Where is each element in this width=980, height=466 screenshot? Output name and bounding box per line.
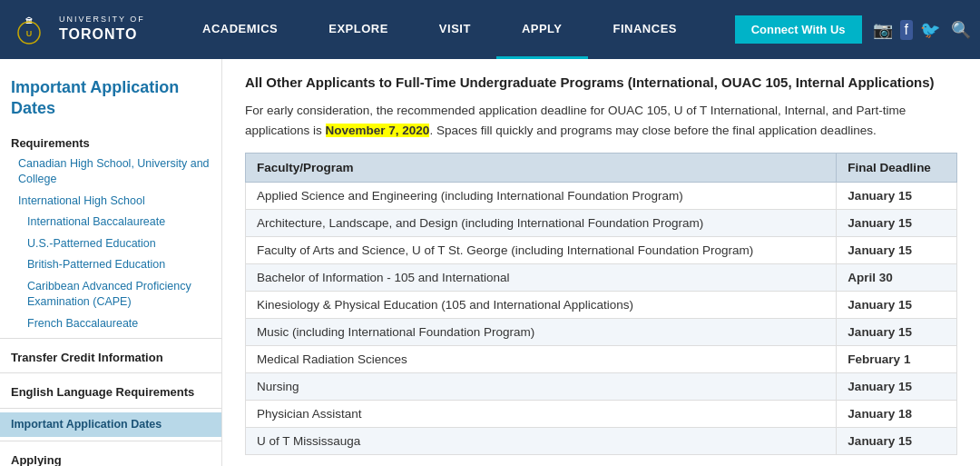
table-row: Architecture, Landscape, and Design (inc… bbox=[246, 210, 957, 237]
table-header-row: Faculty/Program Final Deadline bbox=[246, 154, 957, 183]
deadline-cell: January 15 bbox=[837, 428, 957, 455]
deadline-cell: April 30 bbox=[837, 264, 957, 292]
sidebar-english-requirements[interactable]: English Language Requirements bbox=[0, 377, 221, 403]
table-row: U of T MississaugaJanuary 15 bbox=[246, 428, 957, 455]
sidebar-transfer-credit[interactable]: Transfer Credit Information bbox=[0, 342, 221, 369]
program-cell: Physician Assistant bbox=[246, 401, 837, 428]
svg-text:U: U bbox=[26, 29, 33, 38]
sidebar-important-dates[interactable]: Important Application Dates bbox=[0, 412, 221, 438]
sidebar-divider-3 bbox=[0, 408, 221, 409]
program-cell: Architecture, Landscape, and Design (inc… bbox=[246, 210, 837, 237]
logo-text: UNIVERSITY OF TORONTO bbox=[59, 15, 145, 44]
main-nav: ACADEMICS EXPLORE VISIT APPLY FINANCES bbox=[177, 0, 735, 59]
table-row: Bachelor of Information - 105 and Intern… bbox=[246, 264, 957, 292]
social-icons: 📷 f 🐦 🔍 bbox=[873, 20, 971, 40]
top-bar: 🏛 U UNIVERSITY OF TORONTO ACADEMICS EXPL… bbox=[0, 0, 980, 59]
table-row: Music (including International Foundatio… bbox=[246, 319, 957, 346]
col-program-header: Faculty/Program bbox=[246, 154, 837, 183]
search-icon[interactable]: 🔍 bbox=[951, 20, 971, 40]
logo-area: 🏛 U UNIVERSITY OF TORONTO bbox=[9, 7, 177, 53]
deadline-highlight: November 7, 2020 bbox=[326, 124, 430, 137]
program-cell: U of T Mississauga bbox=[246, 428, 837, 455]
main-layout: Important Application Dates Requirements… bbox=[0, 59, 980, 466]
svg-text:🏛: 🏛 bbox=[25, 16, 33, 25]
sidebar-title: Important Application Dates bbox=[0, 68, 221, 129]
col-deadline-header: Final Deadline bbox=[837, 154, 957, 183]
deadline-cell: January 15 bbox=[837, 183, 957, 210]
table-row: Faculty of Arts and Science, U of T St. … bbox=[246, 237, 957, 264]
sidebar-requirements-header: Requirements bbox=[0, 129, 221, 154]
sidebar: Important Application Dates Requirements… bbox=[0, 59, 222, 466]
instagram-icon[interactable]: 📷 bbox=[873, 20, 893, 40]
nav-finances[interactable]: FINANCES bbox=[588, 0, 702, 59]
content-body: For early consideration, the recommended… bbox=[245, 101, 957, 140]
connect-button[interactable]: Connect With Us bbox=[735, 15, 862, 44]
deadline-cell: January 15 bbox=[837, 237, 957, 264]
nav-explore[interactable]: EXPLORE bbox=[303, 0, 414, 59]
sidebar-intl-highschool[interactable]: International High School bbox=[0, 191, 221, 213]
deadline-cell: January 15 bbox=[837, 210, 957, 237]
sidebar-divider-2 bbox=[0, 372, 221, 373]
sidebar-canadian-highschool[interactable]: Canadian High School, University and Col… bbox=[0, 154, 221, 191]
nav-academics[interactable]: ACADEMICS bbox=[177, 0, 303, 59]
sidebar-applying[interactable]: Applying bbox=[0, 445, 221, 466]
program-cell: Music (including International Foundatio… bbox=[246, 319, 837, 346]
content-area: All Other Applicants to Full-Time Underg… bbox=[222, 59, 980, 466]
twitter-icon[interactable]: 🐦 bbox=[920, 20, 940, 40]
deadlines-table: Faculty/Program Final Deadline Applied S… bbox=[245, 153, 957, 455]
deadline-cell: January 15 bbox=[837, 319, 957, 346]
program-cell: Applied Science and Engineering (includi… bbox=[246, 183, 837, 210]
program-cell: Bachelor of Information - 105 and Intern… bbox=[246, 264, 837, 292]
table-row: Medical Radiation SciencesFebruary 1 bbox=[246, 346, 957, 373]
sidebar-intl-baccalaureate[interactable]: International Baccalaureate bbox=[0, 212, 221, 233]
facebook-icon[interactable]: f bbox=[900, 20, 913, 40]
sidebar-divider-4 bbox=[0, 441, 221, 441]
nav-apply[interactable]: APPLY bbox=[496, 0, 588, 59]
sidebar-french-baccalaureate[interactable]: French Baccalaureate bbox=[0, 313, 221, 335]
sidebar-british-patterned[interactable]: British-Patterned Education bbox=[0, 254, 221, 276]
program-cell: Medical Radiation Sciences bbox=[246, 346, 837, 373]
deadline-cell: January 15 bbox=[837, 292, 957, 319]
program-cell: Kinesiology & Physical Education (105 an… bbox=[246, 292, 837, 319]
deadline-cell: February 1 bbox=[837, 346, 957, 373]
program-cell: Nursing bbox=[246, 373, 837, 401]
deadline-cell: January 18 bbox=[837, 401, 957, 428]
deadline-cell: January 15 bbox=[837, 373, 957, 401]
table-row: NursingJanuary 15 bbox=[246, 373, 957, 401]
program-cell: Faculty of Arts and Science, U of T St. … bbox=[246, 237, 837, 264]
sidebar-divider-1 bbox=[0, 338, 221, 339]
nav-visit[interactable]: VISIT bbox=[414, 0, 496, 59]
sidebar-us-patterned[interactable]: U.S.-Patterned Education bbox=[0, 233, 221, 255]
table-row: Physician AssistantJanuary 18 bbox=[246, 401, 957, 428]
university-crest: 🏛 U bbox=[9, 7, 50, 53]
table-row: Applied Science and Engineering (includi… bbox=[246, 183, 957, 210]
sidebar-cape[interactable]: Caribbean Advanced Proficiency Examinati… bbox=[0, 276, 221, 313]
body-after-highlight: . Spaces fill quickly and programs may c… bbox=[429, 124, 876, 137]
content-title: All Other Applicants to Full-Time Underg… bbox=[245, 73, 957, 92]
table-row: Kinesiology & Physical Education (105 an… bbox=[246, 292, 957, 319]
